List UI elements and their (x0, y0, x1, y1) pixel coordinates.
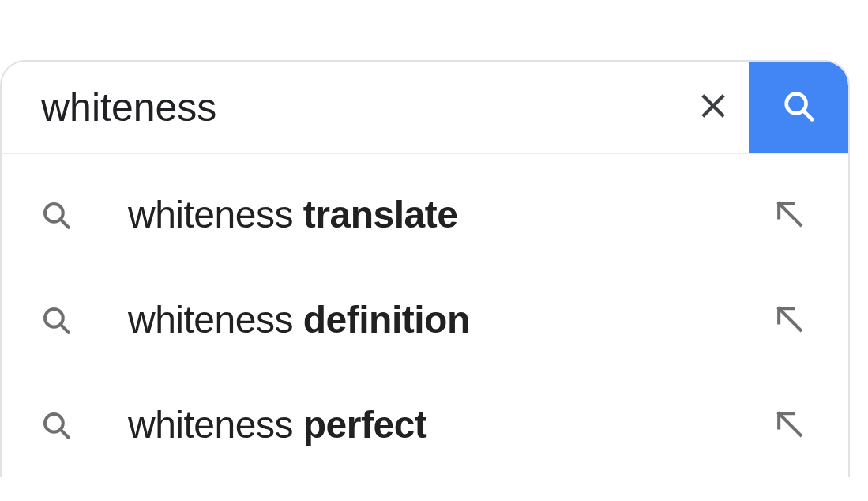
search-button[interactable] (749, 62, 848, 153)
search-icon (780, 88, 817, 126)
search-input[interactable] (2, 85, 678, 130)
svg-line-9 (779, 308, 801, 330)
suggestion-text: whiteness translate (128, 193, 769, 236)
svg-line-6 (779, 203, 801, 225)
arrow-up-left-icon (772, 301, 806, 339)
suggestion-row[interactable]: whiteness translate (2, 162, 848, 267)
close-icon (697, 90, 729, 124)
svg-line-3 (804, 111, 813, 120)
svg-line-8 (61, 325, 69, 333)
fill-suggestion-button[interactable] (769, 406, 809, 444)
clear-button[interactable] (678, 62, 749, 153)
svg-line-12 (779, 413, 801, 435)
search-box: whiteness translate whiteness def (0, 60, 850, 477)
suggestion-row[interactable]: whiteness perfect (2, 372, 848, 477)
search-icon (39, 198, 73, 232)
fill-suggestion-button[interactable] (769, 196, 809, 234)
search-bar (2, 62, 848, 154)
arrow-up-left-icon (772, 196, 806, 234)
suggestion-text: whiteness perfect (128, 403, 769, 446)
search-icon (39, 409, 73, 442)
search-icon (39, 303, 73, 337)
suggestion-row[interactable]: whiteness definition (2, 267, 848, 372)
suggestion-text: whiteness definition (128, 298, 769, 341)
svg-line-11 (61, 430, 69, 438)
svg-line-5 (61, 220, 69, 228)
fill-suggestion-button[interactable] (769, 301, 809, 339)
suggestions-list: whiteness translate whiteness def (2, 154, 848, 477)
arrow-up-left-icon (772, 406, 806, 444)
